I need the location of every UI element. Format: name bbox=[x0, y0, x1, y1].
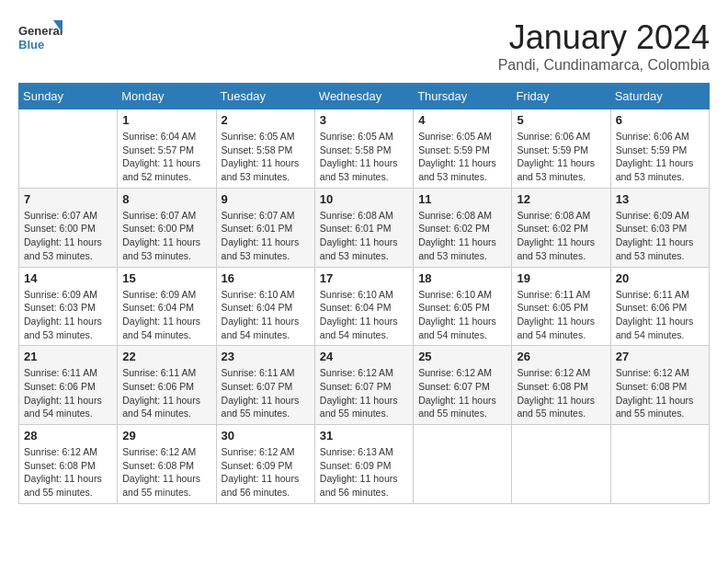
day-number: 25 bbox=[418, 350, 506, 363]
header-wednesday: Wednesday bbox=[314, 84, 413, 109]
day-number: 2 bbox=[222, 113, 310, 127]
calendar-cell: 23 Sunrise: 6:11 AMSunset: 6:07 PMDaylig… bbox=[216, 346, 314, 425]
day-info: Sunrise: 6:10 AMSunset: 6:04 PMDaylight:… bbox=[320, 289, 398, 340]
day-number: 7 bbox=[24, 192, 112, 206]
day-info: Sunrise: 6:12 AMSunset: 6:08 PMDaylight:… bbox=[616, 367, 694, 419]
day-number: 22 bbox=[122, 350, 210, 363]
calendar-cell: 17 Sunrise: 6:10 AMSunset: 6:04 PMDaylig… bbox=[314, 267, 413, 346]
calendar-cell: 4 Sunrise: 6:05 AMSunset: 5:59 PMDayligh… bbox=[414, 109, 512, 189]
day-info: Sunrise: 6:13 AMSunset: 6:09 PMDaylight:… bbox=[320, 446, 398, 498]
day-info: Sunrise: 6:05 AMSunset: 5:58 PMDaylight:… bbox=[320, 131, 398, 182]
day-number: 13 bbox=[616, 192, 704, 206]
calendar-cell: 13 Sunrise: 6:09 AMSunset: 6:03 PMDaylig… bbox=[610, 188, 709, 267]
calendar-cell bbox=[610, 425, 709, 504]
day-info: Sunrise: 6:11 AMSunset: 6:06 PMDaylight:… bbox=[616, 289, 694, 340]
day-number: 27 bbox=[616, 350, 704, 363]
day-info: Sunrise: 6:12 AMSunset: 6:07 PMDaylight:… bbox=[418, 367, 496, 419]
day-info: Sunrise: 6:11 AMSunset: 6:06 PMDaylight:… bbox=[24, 367, 102, 419]
day-number: 14 bbox=[24, 271, 112, 285]
logo-svg: General Blue bbox=[18, 18, 64, 60]
calendar-table: SundayMondayTuesdayWednesdayThursdayFrid… bbox=[18, 83, 710, 504]
day-number: 18 bbox=[418, 271, 506, 285]
day-info: Sunrise: 6:07 AMSunset: 6:00 PMDaylight:… bbox=[122, 210, 200, 261]
calendar-cell: 20 Sunrise: 6:11 AMSunset: 6:06 PMDaylig… bbox=[610, 267, 709, 346]
calendar-cell: 28 Sunrise: 6:12 AMSunset: 6:08 PMDaylig… bbox=[19, 425, 118, 504]
day-number: 19 bbox=[517, 271, 605, 285]
calendar-cell: 27 Sunrise: 6:12 AMSunset: 6:08 PMDaylig… bbox=[610, 346, 709, 425]
header-monday: Monday bbox=[118, 84, 216, 109]
day-info: Sunrise: 6:11 AMSunset: 6:05 PMDaylight:… bbox=[517, 289, 595, 340]
day-info: Sunrise: 6:05 AMSunset: 5:58 PMDaylight:… bbox=[222, 131, 300, 182]
day-info: Sunrise: 6:09 AMSunset: 6:03 PMDaylight:… bbox=[24, 289, 102, 340]
day-info: Sunrise: 6:07 AMSunset: 6:00 PMDaylight:… bbox=[24, 210, 102, 261]
day-info: Sunrise: 6:12 AMSunset: 6:08 PMDaylight:… bbox=[517, 367, 595, 419]
day-number: 11 bbox=[418, 192, 506, 206]
calendar-cell: 5 Sunrise: 6:06 AMSunset: 5:59 PMDayligh… bbox=[512, 109, 610, 189]
day-info: Sunrise: 6:07 AMSunset: 6:01 PMDaylight:… bbox=[222, 210, 300, 261]
day-number: 24 bbox=[320, 350, 408, 363]
calendar-cell: 2 Sunrise: 6:05 AMSunset: 5:58 PMDayligh… bbox=[216, 109, 314, 189]
day-number: 15 bbox=[122, 271, 210, 285]
day-number: 5 bbox=[517, 113, 605, 127]
calendar-cell: 16 Sunrise: 6:10 AMSunset: 6:04 PMDaylig… bbox=[216, 267, 314, 346]
day-info: Sunrise: 6:06 AMSunset: 5:59 PMDaylight:… bbox=[616, 131, 694, 182]
svg-text:Blue: Blue bbox=[18, 38, 44, 52]
day-number: 9 bbox=[222, 192, 310, 206]
calendar-cell: 9 Sunrise: 6:07 AMSunset: 6:01 PMDayligh… bbox=[216, 188, 314, 267]
calendar-cell: 19 Sunrise: 6:11 AMSunset: 6:05 PMDaylig… bbox=[512, 267, 610, 346]
day-info: Sunrise: 6:08 AMSunset: 6:02 PMDaylight:… bbox=[517, 210, 595, 261]
day-info: Sunrise: 6:12 AMSunset: 6:09 PMDaylight:… bbox=[222, 446, 300, 498]
day-number: 16 bbox=[222, 271, 310, 285]
day-info: Sunrise: 6:09 AMSunset: 6:03 PMDaylight:… bbox=[616, 210, 694, 261]
day-info: Sunrise: 6:12 AMSunset: 6:07 PMDaylight:… bbox=[320, 367, 398, 419]
day-number: 31 bbox=[320, 429, 408, 442]
header-saturday: Saturday bbox=[610, 84, 709, 109]
calendar-cell: 10 Sunrise: 6:08 AMSunset: 6:01 PMDaylig… bbox=[314, 188, 413, 267]
day-number: 1 bbox=[122, 113, 210, 127]
svg-text:General: General bbox=[18, 24, 63, 38]
day-number: 8 bbox=[122, 192, 210, 206]
calendar-header-row: SundayMondayTuesdayWednesdayThursdayFrid… bbox=[19, 84, 710, 109]
day-number: 3 bbox=[320, 113, 408, 127]
day-number: 20 bbox=[616, 271, 704, 285]
header-tuesday: Tuesday bbox=[216, 84, 314, 109]
calendar-cell: 3 Sunrise: 6:05 AMSunset: 5:58 PMDayligh… bbox=[314, 109, 413, 189]
calendar-cell: 22 Sunrise: 6:11 AMSunset: 6:06 PMDaylig… bbox=[118, 346, 216, 425]
calendar-cell: 30 Sunrise: 6:12 AMSunset: 6:09 PMDaylig… bbox=[216, 425, 314, 504]
day-number: 10 bbox=[320, 192, 408, 206]
calendar-week-1: 1 Sunrise: 6:04 AMSunset: 5:57 PMDayligh… bbox=[19, 109, 710, 189]
title-block: January 2024 Pandi, Cundinamarca, Colomb… bbox=[498, 18, 710, 74]
day-number: 28 bbox=[24, 429, 112, 442]
day-info: Sunrise: 6:10 AMSunset: 6:04 PMDaylight:… bbox=[222, 289, 300, 340]
day-info: Sunrise: 6:06 AMSunset: 5:59 PMDaylight:… bbox=[517, 131, 595, 182]
calendar-week-2: 7 Sunrise: 6:07 AMSunset: 6:00 PMDayligh… bbox=[19, 188, 710, 267]
day-info: Sunrise: 6:12 AMSunset: 6:08 PMDaylight:… bbox=[24, 446, 102, 498]
day-number: 30 bbox=[222, 429, 310, 442]
header-sunday: Sunday bbox=[19, 84, 118, 109]
day-info: Sunrise: 6:05 AMSunset: 5:59 PMDaylight:… bbox=[418, 131, 496, 182]
calendar-week-3: 14 Sunrise: 6:09 AMSunset: 6:03 PMDaylig… bbox=[19, 267, 710, 346]
day-info: Sunrise: 6:08 AMSunset: 6:02 PMDaylight:… bbox=[418, 210, 496, 261]
calendar-cell: 11 Sunrise: 6:08 AMSunset: 6:02 PMDaylig… bbox=[414, 188, 512, 267]
day-number: 6 bbox=[616, 113, 704, 127]
day-info: Sunrise: 6:12 AMSunset: 6:08 PMDaylight:… bbox=[122, 446, 200, 498]
calendar-cell: 8 Sunrise: 6:07 AMSunset: 6:00 PMDayligh… bbox=[118, 188, 216, 267]
calendar-cell: 31 Sunrise: 6:13 AMSunset: 6:09 PMDaylig… bbox=[314, 425, 413, 504]
calendar-cell: 12 Sunrise: 6:08 AMSunset: 6:02 PMDaylig… bbox=[512, 188, 610, 267]
calendar-cell bbox=[414, 425, 512, 504]
page-header: General Blue January 2024 Pandi, Cundina… bbox=[18, 18, 710, 74]
calendar-cell: 18 Sunrise: 6:10 AMSunset: 6:05 PMDaylig… bbox=[414, 267, 512, 346]
header-friday: Friday bbox=[512, 84, 610, 109]
day-number: 12 bbox=[517, 192, 605, 206]
day-number: 4 bbox=[418, 113, 506, 127]
day-info: Sunrise: 6:10 AMSunset: 6:05 PMDaylight:… bbox=[418, 289, 496, 340]
day-number: 21 bbox=[24, 350, 112, 363]
header-thursday: Thursday bbox=[414, 84, 512, 109]
day-info: Sunrise: 6:09 AMSunset: 6:04 PMDaylight:… bbox=[122, 289, 200, 340]
calendar-cell: 15 Sunrise: 6:09 AMSunset: 6:04 PMDaylig… bbox=[118, 267, 216, 346]
calendar-cell: 1 Sunrise: 6:04 AMSunset: 5:57 PMDayligh… bbox=[118, 109, 216, 189]
calendar-week-4: 21 Sunrise: 6:11 AMSunset: 6:06 PMDaylig… bbox=[19, 346, 710, 425]
day-info: Sunrise: 6:04 AMSunset: 5:57 PMDaylight:… bbox=[122, 131, 200, 182]
calendar-cell: 26 Sunrise: 6:12 AMSunset: 6:08 PMDaylig… bbox=[512, 346, 610, 425]
day-number: 26 bbox=[517, 350, 605, 363]
